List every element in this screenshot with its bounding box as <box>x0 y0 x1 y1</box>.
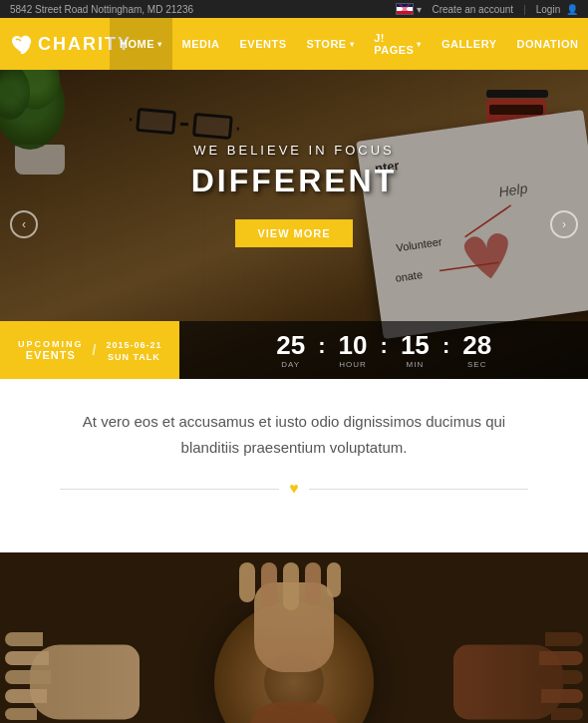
flag-icon: ▾ <box>396 3 422 15</box>
top-bar: 5842 Street Road Nottingham, MD 21236 ▾ … <box>0 0 588 18</box>
sep-3: : <box>442 333 449 359</box>
countdown-talk: SUN TALK <box>106 352 161 362</box>
divider: ♥ <box>60 480 528 498</box>
countdown-min: 15 MIN <box>393 332 438 369</box>
top-bar-actions: ▾ Create an account | Login 👤 <box>396 3 578 15</box>
divider-line-right <box>309 489 528 490</box>
view-more-button[interactable]: VIEW MORE <box>235 219 352 247</box>
chevron-down-icon: ▾ <box>350 40 355 49</box>
main-nav: HOME ▾ MEDIA EVENTS STORE ▾ J! PAGES ▾ G… <box>110 18 588 70</box>
chevron-down-icon: ▾ <box>157 40 162 49</box>
nav-store[interactable]: STORE ▾ <box>296 18 364 70</box>
body-text: At vero eos et accusamus et iusto odio d… <box>60 409 528 460</box>
nav-media[interactable]: MEDIA <box>172 18 230 70</box>
countdown-bar: UPCOMING EVENTS / 2015-06-21 SUN TALK 25… <box>0 321 588 379</box>
countdown-sec: 28 SEC <box>454 332 499 369</box>
nav-jpages[interactable]: J! PAGES ▾ <box>364 18 432 70</box>
nav-events[interactable]: EVENTS <box>229 18 296 70</box>
hero-prev-arrow[interactable]: ‹ <box>10 210 38 238</box>
nav-donation[interactable]: DONATION <box>507 18 588 70</box>
events-label: EVENTS <box>18 349 84 361</box>
main-content: At vero eos et accusamus et iusto odio d… <box>0 379 588 552</box>
address: 5842 Street Road Nottingham, MD 21236 <box>10 4 193 15</box>
hero-content: WE BELIEVE IN FOCUS DIFFERENT VIEW MORE <box>0 70 588 319</box>
hero-section: nter Help Volunteer onate WE BELIEVE IN … <box>0 70 588 379</box>
logo[interactable]: CHARITY <box>10 33 90 55</box>
countdown-numbers: 25 DAY : 10 HOUR : 15 MIN : 28 SEC <box>179 321 588 379</box>
countdown-date: 2015-06-21 <box>106 340 161 350</box>
countdown-event-label: UPCOMING EVENTS / 2015-06-21 SUN TALK <box>0 321 179 379</box>
countdown-hour: 10 HOUR <box>331 332 376 369</box>
create-account-link[interactable]: Create an account <box>432 4 513 15</box>
heart-icon: ♥ <box>289 480 299 498</box>
nav-gallery[interactable]: GALLERY <box>432 18 507 70</box>
upcoming-label: UPCOMING <box>18 339 84 349</box>
separator: | <box>523 4 526 15</box>
countdown-day: 25 DAY <box>268 332 313 369</box>
nav-home[interactable]: HOME ▾ <box>110 18 172 70</box>
hero-next-arrow[interactable]: › <box>550 210 578 238</box>
login-link[interactable]: Login 👤 <box>536 4 578 15</box>
logo-heart-icon <box>10 33 32 55</box>
divider-line-left <box>60 489 279 490</box>
sep-1: : <box>318 333 325 359</box>
header: CHARITY HOME ▾ MEDIA EVENTS STORE ▾ J! P… <box>0 18 588 70</box>
hero-title: DIFFERENT <box>191 163 398 199</box>
countdown-divider: / <box>93 342 98 358</box>
photo-section <box>0 552 588 723</box>
hero-subtitle: WE BELIEVE IN FOCUS <box>193 143 394 158</box>
sep-2: : <box>381 333 388 359</box>
photo-overlay <box>0 552 588 723</box>
user-icon: 👤 <box>566 4 578 15</box>
chevron-down-icon: ▾ <box>417 40 422 49</box>
